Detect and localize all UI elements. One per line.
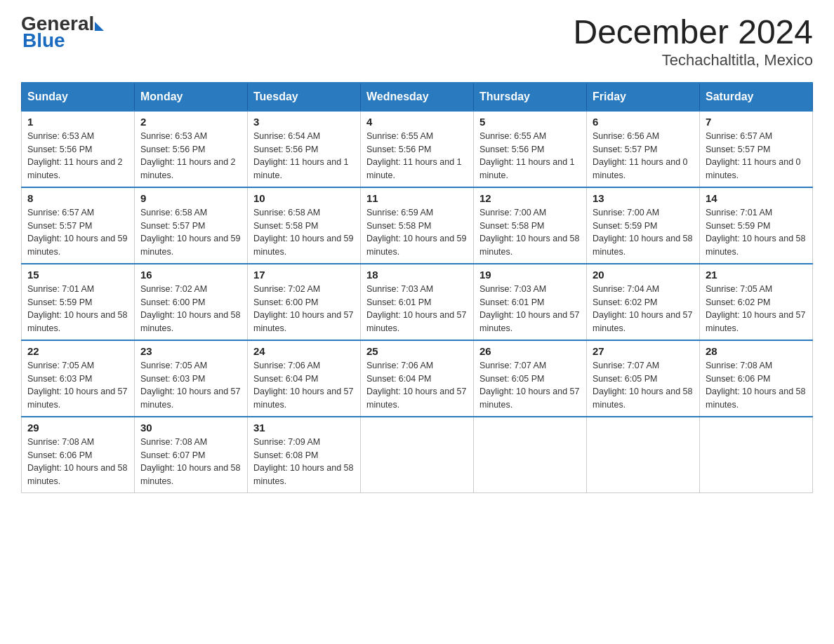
day-info: Sunrise: 6:53 AMSunset: 5:56 PMDaylight:… [27, 131, 123, 180]
table-row: 26 Sunrise: 7:07 AMSunset: 6:05 PMDaylig… [474, 340, 587, 417]
header-tuesday: Tuesday [248, 83, 361, 111]
table-row: 4 Sunrise: 6:55 AMSunset: 5:56 PMDayligh… [361, 111, 474, 187]
day-number: 17 [253, 269, 355, 281]
table-row: 18 Sunrise: 7:03 AMSunset: 6:01 PMDaylig… [361, 264, 474, 340]
day-info: Sunrise: 7:00 AMSunset: 5:59 PMDaylight:… [593, 208, 692, 257]
table-row: 12 Sunrise: 7:00 AMSunset: 5:58 PMDaylig… [474, 187, 587, 264]
header-friday: Friday [587, 83, 700, 111]
day-number: 27 [593, 345, 694, 357]
day-info: Sunrise: 7:03 AMSunset: 6:01 PMDaylight:… [366, 284, 466, 333]
day-number: 20 [593, 269, 694, 281]
day-number: 26 [479, 345, 581, 357]
day-number: 9 [140, 192, 241, 204]
logo-blue: Blue [21, 29, 65, 52]
day-number: 12 [479, 192, 581, 204]
day-info: Sunrise: 6:58 AMSunset: 5:58 PMDaylight:… [253, 208, 353, 257]
day-number: 23 [140, 345, 241, 357]
day-info: Sunrise: 6:59 AMSunset: 5:58 PMDaylight:… [366, 208, 466, 257]
table-row: 14 Sunrise: 7:01 AMSunset: 5:59 PMDaylig… [700, 187, 813, 264]
day-info: Sunrise: 6:56 AMSunset: 5:57 PMDaylight:… [593, 131, 688, 180]
table-row: 2 Sunrise: 6:53 AMSunset: 5:56 PMDayligh… [135, 111, 248, 187]
day-number: 7 [706, 116, 807, 128]
table-row: 19 Sunrise: 7:03 AMSunset: 6:01 PMDaylig… [474, 264, 587, 340]
day-info: Sunrise: 7:02 AMSunset: 6:00 PMDaylight:… [140, 284, 240, 333]
day-info: Sunrise: 7:06 AMSunset: 6:04 PMDaylight:… [366, 361, 466, 410]
day-info: Sunrise: 6:54 AMSunset: 5:56 PMDaylight:… [253, 131, 349, 180]
day-info: Sunrise: 7:03 AMSunset: 6:01 PMDaylight:… [479, 284, 579, 333]
day-number: 22 [27, 345, 128, 357]
day-info: Sunrise: 6:55 AMSunset: 5:56 PMDaylight:… [366, 131, 462, 180]
calendar-week-row: 8 Sunrise: 6:57 AMSunset: 5:57 PMDayligh… [22, 187, 813, 264]
day-info: Sunrise: 6:55 AMSunset: 5:56 PMDaylight:… [479, 131, 575, 180]
day-info: Sunrise: 7:09 AMSunset: 6:08 PMDaylight:… [253, 437, 353, 486]
day-info: Sunrise: 7:00 AMSunset: 5:58 PMDaylight:… [479, 208, 579, 257]
header-saturday: Saturday [700, 83, 813, 111]
table-row [587, 417, 700, 493]
day-number: 13 [593, 192, 694, 204]
table-row: 13 Sunrise: 7:00 AMSunset: 5:59 PMDaylig… [587, 187, 700, 264]
table-row: 20 Sunrise: 7:04 AMSunset: 6:02 PMDaylig… [587, 264, 700, 340]
table-row: 16 Sunrise: 7:02 AMSunset: 6:00 PMDaylig… [135, 264, 248, 340]
calendar-week-row: 15 Sunrise: 7:01 AMSunset: 5:59 PMDaylig… [22, 264, 813, 340]
day-info: Sunrise: 7:07 AMSunset: 6:05 PMDaylight:… [479, 361, 579, 410]
logo-triangle-icon [95, 22, 104, 31]
table-row: 1 Sunrise: 6:53 AMSunset: 5:56 PMDayligh… [22, 111, 135, 187]
calendar-header-row: Sunday Monday Tuesday Wednesday Thursday… [22, 83, 813, 111]
day-info: Sunrise: 7:04 AMSunset: 6:02 PMDaylight:… [593, 284, 692, 333]
header-thursday: Thursday [474, 83, 587, 111]
day-number: 5 [479, 116, 581, 128]
day-info: Sunrise: 7:02 AMSunset: 6:00 PMDaylight:… [253, 284, 353, 333]
day-info: Sunrise: 7:08 AMSunset: 6:06 PMDaylight:… [27, 437, 127, 486]
day-number: 21 [706, 269, 807, 281]
calendar-title: December 2024 [573, 14, 813, 51]
table-row: 11 Sunrise: 6:59 AMSunset: 5:58 PMDaylig… [361, 187, 474, 264]
calendar-week-row: 1 Sunrise: 6:53 AMSunset: 5:56 PMDayligh… [22, 111, 813, 187]
day-number: 3 [253, 116, 355, 128]
table-row: 25 Sunrise: 7:06 AMSunset: 6:04 PMDaylig… [361, 340, 474, 417]
calendar-table: Sunday Monday Tuesday Wednesday Thursday… [21, 82, 813, 493]
day-info: Sunrise: 6:53 AMSunset: 5:56 PMDaylight:… [140, 131, 236, 180]
table-row: 23 Sunrise: 7:05 AMSunset: 6:03 PMDaylig… [135, 340, 248, 417]
day-info: Sunrise: 6:57 AMSunset: 5:57 PMDaylight:… [27, 208, 127, 257]
day-number: 11 [366, 192, 468, 204]
day-number: 18 [366, 269, 468, 281]
table-row [700, 417, 813, 493]
day-number: 31 [253, 422, 355, 434]
day-number: 14 [706, 192, 807, 204]
table-row: 22 Sunrise: 7:05 AMSunset: 6:03 PMDaylig… [22, 340, 135, 417]
day-number: 29 [27, 422, 128, 434]
table-row: 21 Sunrise: 7:05 AMSunset: 6:02 PMDaylig… [700, 264, 813, 340]
day-number: 25 [366, 345, 468, 357]
table-row: 17 Sunrise: 7:02 AMSunset: 6:00 PMDaylig… [248, 264, 361, 340]
table-row: 3 Sunrise: 6:54 AMSunset: 5:56 PMDayligh… [248, 111, 361, 187]
day-info: Sunrise: 7:05 AMSunset: 6:03 PMDaylight:… [27, 361, 127, 410]
table-row [474, 417, 587, 493]
day-number: 16 [140, 269, 241, 281]
calendar-week-row: 22 Sunrise: 7:05 AMSunset: 6:03 PMDaylig… [22, 340, 813, 417]
day-number: 8 [27, 192, 128, 204]
header-monday: Monday [135, 83, 248, 111]
table-row [361, 417, 474, 493]
day-info: Sunrise: 7:05 AMSunset: 6:02 PMDaylight:… [706, 284, 805, 333]
table-row: 29 Sunrise: 7:08 AMSunset: 6:06 PMDaylig… [22, 417, 135, 493]
calendar-subtitle: Techachaltitla, Mexico [573, 51, 813, 69]
table-row: 15 Sunrise: 7:01 AMSunset: 5:59 PMDaylig… [22, 264, 135, 340]
day-number: 15 [27, 269, 128, 281]
day-number: 2 [140, 116, 241, 128]
header-sunday: Sunday [22, 83, 135, 111]
table-row: 28 Sunrise: 7:08 AMSunset: 6:06 PMDaylig… [700, 340, 813, 417]
table-row: 24 Sunrise: 7:06 AMSunset: 6:04 PMDaylig… [248, 340, 361, 417]
day-number: 6 [593, 116, 694, 128]
table-row: 27 Sunrise: 7:07 AMSunset: 6:05 PMDaylig… [587, 340, 700, 417]
day-number: 10 [253, 192, 355, 204]
day-number: 24 [253, 345, 355, 357]
logo: General Blue [21, 14, 104, 52]
day-number: 28 [706, 345, 807, 357]
day-number: 19 [479, 269, 581, 281]
day-info: Sunrise: 7:06 AMSunset: 6:04 PMDaylight:… [253, 361, 353, 410]
day-info: Sunrise: 7:08 AMSunset: 6:07 PMDaylight:… [140, 437, 240, 486]
day-info: Sunrise: 7:08 AMSunset: 6:06 PMDaylight:… [706, 361, 805, 410]
day-info: Sunrise: 6:57 AMSunset: 5:57 PMDaylight:… [706, 131, 801, 180]
day-number: 4 [366, 116, 468, 128]
header-wednesday: Wednesday [361, 83, 474, 111]
